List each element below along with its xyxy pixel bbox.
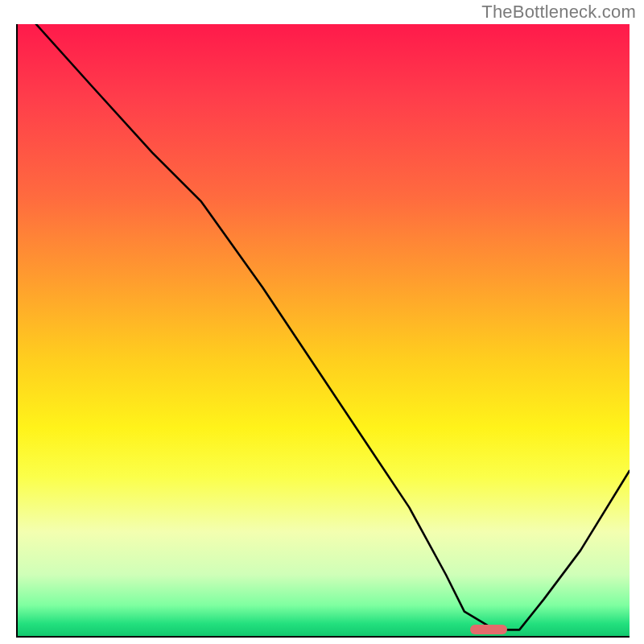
- optimal-marker: [470, 625, 507, 634]
- plot-area: [16, 24, 630, 638]
- bottleneck-curve: [18, 24, 630, 636]
- plot-inner: [18, 24, 630, 636]
- chart-root: TheBottleneck.com: [0, 0, 644, 644]
- watermark-text: TheBottleneck.com: [481, 2, 636, 23]
